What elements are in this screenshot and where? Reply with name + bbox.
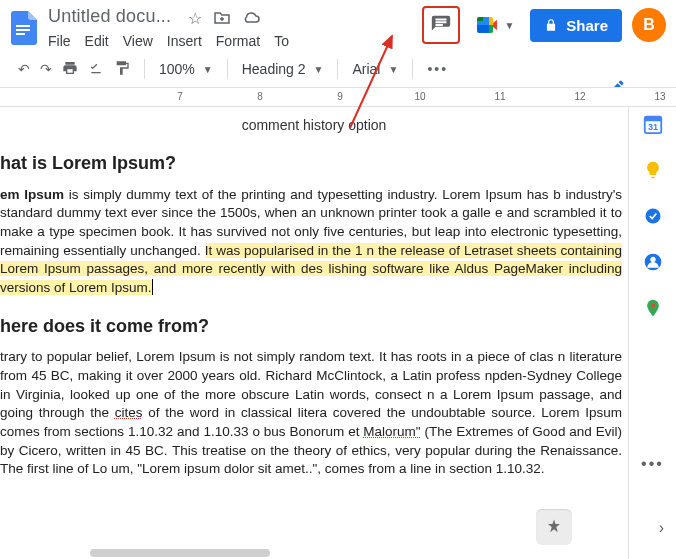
calendar-icon[interactable]: 31	[642, 113, 664, 135]
paint-format-button[interactable]	[114, 60, 130, 79]
account-avatar[interactable]: B	[632, 8, 666, 42]
star-icon[interactable]: ☆	[188, 9, 202, 28]
paragraph-style-selector[interactable]: Heading 2▼	[242, 61, 324, 77]
svg-rect-5	[644, 117, 661, 122]
cloud-status-icon[interactable]	[242, 10, 260, 28]
text-cursor	[152, 279, 153, 295]
svg-point-10	[650, 303, 654, 307]
explore-button[interactable]	[536, 509, 572, 545]
tasks-icon[interactable]	[642, 205, 664, 227]
zoom-selector[interactable]: 100%▼	[159, 61, 213, 77]
undo-button[interactable]: ↶	[18, 61, 30, 77]
side-panel: 31 •••	[628, 107, 676, 559]
menu-bar: File Edit View Insert Format To	[48, 33, 289, 49]
paragraph-2: trary to popular belief, Lorem Ipsum is …	[0, 348, 622, 478]
menu-format[interactable]: Format	[216, 33, 260, 49]
contacts-icon[interactable]	[642, 251, 664, 273]
document-canvas[interactable]: comment history option hat is Lorem Ipsu…	[0, 107, 628, 559]
heading-2: here does it come from?	[0, 314, 622, 339]
caret-down-icon: ▼	[504, 20, 514, 31]
svg-point-7	[645, 209, 660, 224]
maps-icon[interactable]	[642, 297, 664, 319]
document-title[interactable]: Untitled docu...	[48, 6, 171, 27]
redo-button[interactable]: ↷	[40, 61, 52, 77]
move-icon[interactable]	[214, 10, 230, 28]
horizontal-ruler[interactable]: 78 910 1112 13	[0, 87, 676, 107]
more-addons-icon[interactable]: •••	[642, 453, 664, 475]
print-button[interactable]	[62, 60, 78, 79]
menu-view[interactable]: View	[123, 33, 153, 49]
hide-panel-chevron-icon[interactable]: ›	[659, 519, 664, 537]
svg-rect-1	[16, 29, 30, 31]
comment-history-button[interactable]	[422, 6, 460, 44]
share-label: Share	[566, 17, 608, 34]
more-toolbar-button[interactable]: •••	[427, 61, 448, 77]
share-button[interactable]: Share	[530, 9, 622, 42]
menu-edit[interactable]: Edit	[85, 33, 109, 49]
menu-insert[interactable]: Insert	[167, 33, 202, 49]
heading-1: hat is Lorem Ipsum?	[0, 151, 622, 176]
docs-logo-icon[interactable]	[6, 10, 42, 46]
menu-file[interactable]: File	[48, 33, 71, 49]
spellcheck-button[interactable]	[88, 60, 104, 79]
meet-button[interactable]: ▼	[470, 11, 520, 39]
annotation-label: comment history option	[0, 117, 628, 133]
horizontal-scrollbar[interactable]	[90, 549, 270, 557]
svg-text:31: 31	[647, 122, 657, 132]
keep-icon[interactable]	[642, 159, 664, 181]
titlebar: Untitled docu... ☆ File Edit View Insert…	[0, 0, 676, 49]
toolbar: ↶ ↷ 100%▼ Heading 2▼ Arial▼ •••	[0, 49, 676, 87]
svg-rect-2	[16, 33, 25, 35]
paragraph-1: em Ipsum is simply dummy text of the pri…	[0, 186, 622, 298]
font-selector[interactable]: Arial▼	[352, 61, 398, 77]
svg-rect-0	[16, 25, 30, 27]
svg-point-9	[650, 257, 655, 262]
menu-tools-truncated[interactable]: To	[274, 33, 289, 49]
